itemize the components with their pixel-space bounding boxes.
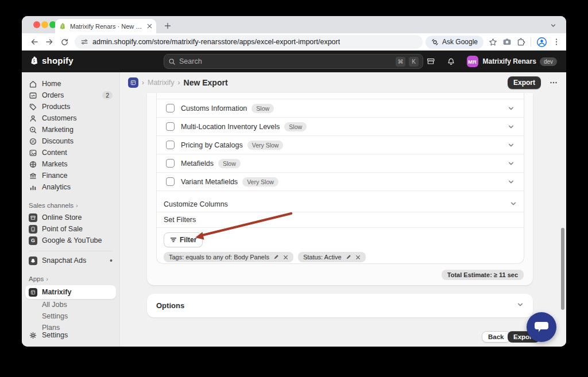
snapchat-icon [29,256,37,265]
total-estimate-badge: Total Estimate: ≥ 11 sec [442,270,524,280]
sidebar-item-content[interactable]: Content [25,147,116,158]
admin-search-input[interactable]: Search ⌘ K [164,54,423,69]
row-pricing-by-catalogs[interactable]: Pricing by Catalogs Very Slow [157,136,524,154]
sidebar-item-all-jobs[interactable]: All Jobs [25,299,116,310]
site-settings-icon[interactable] [80,38,88,46]
breadcrumb-separator: › [142,79,144,87]
row-customs-information[interactable]: Customs Information Slow [157,99,524,118]
analytics-icon [29,183,37,192]
sidebar-item-home[interactable]: Home [25,78,116,90]
sidebar-item-orders[interactable]: Orders 2 [25,90,116,101]
chevron-down-icon[interactable] [508,123,514,130]
browser-menu-icon[interactable] [552,38,560,46]
tab-search-button[interactable] [548,20,558,30]
filter-tag-tags: Tags: equals to any of: Body Panels [164,252,293,262]
speed-badge: Slow [284,122,307,131]
checkbox[interactable] [166,159,175,168]
checkbox[interactable] [166,104,175,112]
chevron-right-icon: › [46,275,48,282]
sidebar-item-google-youtube[interactable]: G Google & YouTube [25,235,116,246]
chevron-down-icon[interactable] [508,160,514,167]
window-close-button[interactable] [33,21,40,28]
bookmark-star-icon[interactable] [489,38,497,46]
profile-icon[interactable] [536,37,547,48]
checkbox[interactable] [166,122,175,131]
set-filters-section: Set Filters [157,212,524,228]
row-metafields[interactable]: Metafields Slow [157,154,524,173]
chevron-down-icon[interactable] [517,301,524,310]
matrixify-breadcrumb-icon[interactable] [128,77,138,88]
home-icon [29,80,37,88]
ask-google-button[interactable]: Ask Google [425,36,483,49]
checkbox[interactable] [166,141,175,149]
topbar-right: MR Matrixify Renars dev [426,50,558,72]
sidebar-item-matrixify[interactable]: Matrixify [25,285,116,299]
row-multi-location-inventory[interactable]: Multi-Location Inventory Levels Slow [157,118,524,136]
orders-count-badge: 2 [102,91,113,99]
extensions-icon[interactable] [517,38,525,46]
options-title: Options [156,301,184,310]
sidebar-item-analytics[interactable]: Analytics [25,181,116,193]
back-button[interactable]: Back [482,331,510,343]
shopify-bag-icon [30,56,40,65]
chevron-down-icon[interactable] [508,178,514,185]
customize-columns-section[interactable]: Customize Columns [157,197,524,212]
apps-header[interactable]: Apps › [29,274,113,284]
reload-icon[interactable] [57,35,71,49]
notification-dot: • [110,258,113,263]
scrollbar-thumb[interactable] [561,228,564,310]
browser-toolbar: admin.shopify.com/store/matrixify-renars… [22,33,566,50]
sales-channels-header[interactable]: Sales channels › [29,200,113,211]
sidebar-item-finance[interactable]: Finance [25,170,116,181]
edit-pencil-icon[interactable] [273,254,279,260]
sidebar-item-settings[interactable]: Settings [25,329,116,341]
breadcrumb-app-link[interactable]: Matrixify [148,79,175,87]
sidebar-item-marketing[interactable]: Marketing [25,124,116,135]
search-icon [168,58,176,65]
window-minimize-button[interactable] [41,21,48,28]
remove-tag-icon[interactable] [283,255,288,260]
notifications-bell-icon[interactable] [447,57,455,66]
orders-icon [29,91,37,100]
more-actions-icon[interactable] [549,78,558,87]
sidebar-item-customers[interactable]: Customers [25,112,116,124]
browser-actions: Ask Google [425,36,560,49]
new-tab-button[interactable] [162,20,173,32]
filter-button-wrap: Filter [157,228,524,250]
sidebar: Home Orders 2 Products Customers Marketi… [22,72,120,347]
back-icon[interactable] [28,35,41,49]
tab-close-icon[interactable] [147,24,152,29]
customers-icon [29,114,37,123]
chat-widget-button[interactable] [527,312,556,342]
sidebar-item-markets[interactable]: Markets [25,158,116,170]
remove-tag-icon[interactable] [355,255,361,260]
sidebar-divider [29,251,113,251]
chevron-down-icon[interactable] [510,200,517,209]
forward-icon[interactable] [42,35,56,49]
shopify-logo[interactable]: shopify [30,56,74,65]
google-youtube-icon: G [29,236,37,245]
edit-pencil-icon[interactable] [346,254,351,260]
filter-button[interactable]: Filter [164,232,203,247]
user-avatar[interactable]: MR [467,56,478,67]
sidebar-item-online-store[interactable]: Online Store [25,212,116,223]
store-icon[interactable] [426,57,435,66]
tab-strip: Matrixify Renars · New Export [22,16,566,33]
options-card[interactable]: Options [147,294,533,317]
browser-tab[interactable]: Matrixify Renars · New Export [55,19,156,33]
page-title: New Export [184,78,228,87]
screenshot-camera-icon[interactable] [502,37,512,46]
user-name[interactable]: Matrixify Renars [483,57,536,65]
sidebar-item-snapchat-ads[interactable]: Snapchat Ads • [25,255,116,266]
export-button-header[interactable]: Export [508,76,541,89]
sidebar-item-discounts[interactable]: Discounts [25,135,116,147]
chevron-down-icon[interactable] [508,142,514,149]
checkbox[interactable] [166,177,175,186]
address-bar[interactable]: admin.shopify.com/store/matrixify-renars… [75,35,423,49]
filter-tag-status: Status: Active [298,252,366,262]
sidebar-item-products[interactable]: Products [25,101,116,112]
chevron-down-icon[interactable] [508,105,514,112]
sidebar-item-point-of-sale[interactable]: Point of Sale [25,223,116,235]
sidebar-item-app-settings[interactable]: Settings [25,310,116,322]
row-variant-metafields[interactable]: Variant Metafields Very Slow [157,173,524,191]
